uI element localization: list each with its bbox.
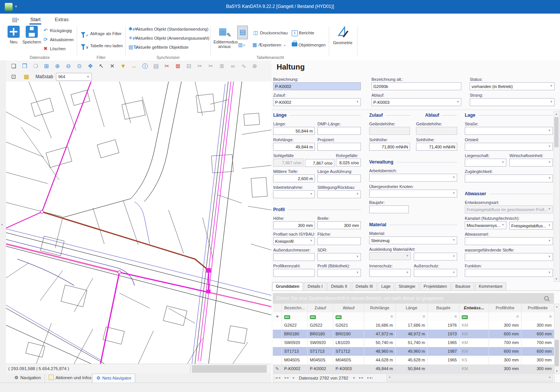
pan-icon[interactable]: ✥ [86, 62, 95, 71]
material-select[interactable]: Steinzeug▼ [369, 236, 457, 244]
abwasserart-select[interactable]: ▼ [465, 237, 553, 245]
zoom-object-icon[interactable]: ⊙ [75, 62, 84, 71]
form-scrollbar[interactable]: ▲ ▼ [554, 111, 560, 282]
col-ablauf[interactable]: Ablauf [333, 304, 364, 312]
masstab-combo[interactable]: 964▼ [56, 73, 92, 81]
scroll-right-icon[interactable]: ► [549, 376, 551, 378]
col-rohrlaenge[interactable]: Rohrlänge [364, 304, 396, 312]
uebergeordneter-knoten-select[interactable]: ▼ [369, 190, 457, 198]
table-row[interactable]: ✎ P-K0002 P-K0002 P-K0003 49,844 m 50,84… [273, 364, 554, 373]
scrollbar-thumb[interactable] [555, 340, 559, 366]
baujahr-input[interactable] [369, 205, 409, 213]
wirtschaftseinheit-select[interactable]: ▼ [509, 159, 553, 167]
rueckgaengig-button[interactable]: ↶Rückgängig [42, 26, 72, 35]
stilllegung-select[interactable]: ▼ [317, 190, 361, 198]
scroll-down-icon[interactable]: ▼ [554, 276, 559, 281]
detail-tab[interactable]: Strategie [395, 282, 419, 290]
table-row[interactable]: G2622 G2622 G2621 16,686 m 17,686 m 1976… [273, 321, 554, 330]
hoehe-input[interactable]: 300 mm [273, 221, 315, 229]
objektmengen-button[interactable]: Objektmengen [292, 41, 326, 49]
table-row[interactable]: SW0920 SW0920 LB1020 50,740 m 51,740 m 1… [273, 338, 554, 347]
scroll-up-icon[interactable]: ▲ [554, 304, 559, 309]
berichte-button[interactable]: i Berichte [292, 29, 314, 37]
col-profilbreite[interactable]: Profilbreite [521, 304, 554, 312]
inbetriebnahme-select[interactable]: ▼ [273, 190, 315, 198]
detail-tab[interactable]: Details I [304, 282, 326, 290]
tableview-refresh-button[interactable]: ▥⟳ [238, 41, 246, 49]
group-by-bar[interactable]: Ziehen Sie eine Spaltenüberschrift in di… [273, 293, 554, 304]
projiziert-input[interactable] [317, 143, 361, 151]
last-record-button[interactable]: ►►| [365, 376, 374, 380]
wassergefaehrdende-stoffe-select[interactable]: ▼ [465, 253, 553, 261]
ribbon-tab-extras[interactable]: Extras [51, 15, 73, 24]
info-icon[interactable]: ⓘ [141, 62, 150, 71]
druckvorschau-button[interactable]: ◫Druckvorschau [252, 29, 288, 37]
new-document-icon[interactable]: ❏ [9, 62, 18, 71]
copy-icon[interactable]: ❐ [20, 62, 29, 71]
left-splitter[interactable]: ▸ [0, 60, 6, 383]
detail-tab[interactable]: Lage [377, 282, 394, 290]
kanalart-select-2[interactable]: Freispiegelabflus...▼ [509, 222, 553, 230]
scrollbar-thumb[interactable] [554, 117, 558, 147]
detail-tab[interactable]: Projektdaten [420, 282, 451, 290]
tab-navigation[interactable]: ⚙Navigation [11, 373, 45, 382]
status-select[interactable]: vorhanden (in Betrieb)▼ [470, 82, 555, 90]
dmp-laenge-input[interactable] [317, 127, 361, 135]
sync-auswahl-button[interactable]: ✳⇄Aktuelles Objekt (Anwendungsauswahl) [128, 34, 209, 42]
mittlere-tiefe-input[interactable]: 2,600 m [273, 174, 315, 182]
tableview-toggle-selected[interactable]: ▤ [237, 26, 248, 39]
detail-tab[interactable]: Details II [327, 282, 351, 290]
table-scrollbar[interactable]: ▲ ▼ [554, 304, 560, 374]
liegenschaft-select[interactable]: ▼ [465, 159, 506, 167]
strasse-select[interactable]: ▼ [465, 127, 553, 135]
geometrie-button[interactable]: Geometrie [332, 26, 354, 54]
cancel-icon[interactable]: ⊗ [250, 62, 259, 71]
link-icon[interactable]: ∞ [228, 62, 237, 71]
zoom-window-icon[interactable]: ⊞ [42, 62, 51, 71]
profilkennzahl-input[interactable] [273, 269, 315, 277]
ablauf-select[interactable]: P-K0003▼ [371, 98, 461, 106]
ribbon-tab-start[interactable]: Start [26, 15, 44, 24]
tab-netz-navigator[interactable]: ⚙Netz-Navigator [92, 373, 135, 383]
zoom-in-icon[interactable]: ⊕ [53, 62, 62, 71]
bezeichnung-alt-input[interactable]: G2090b [371, 82, 461, 90]
snap-icon[interactable]: ▼ [119, 62, 128, 71]
detail-tab[interactable]: Baulose [452, 282, 474, 290]
table-hscrollbar[interactable]: ◄ ► [387, 375, 553, 381]
table-row[interactable]: ST1713 ST1713 ST1712 48,960 m 49,960 m 1… [273, 347, 554, 356]
scroll-up-icon[interactable]: ▲ [554, 111, 559, 116]
exportieren-button[interactable]: ▦↗Exportieren ▾ [252, 41, 285, 49]
flaeche-input[interactable] [317, 237, 361, 245]
table-row[interactable]: M0450S M0450S M0460S 44,628 m 45,628 m 1… [273, 356, 554, 365]
col-bezeichnung[interactable]: Bezeichn... [282, 304, 308, 312]
laenge-ausfuehrung-input[interactable] [317, 174, 361, 182]
laenge-input[interactable]: 50,844 m [273, 127, 315, 135]
scroll-down-icon[interactable]: ▼ [554, 369, 559, 373]
prev-record-button[interactable]: ◄ [290, 376, 296, 380]
zulauf-sohlhoehe-input[interactable]: 71,800 mNHN [369, 143, 410, 151]
sohlgefaelle-input-2[interactable]: 7,867 o/oo [305, 159, 334, 167]
aussendurchmesser-input[interactable] [273, 253, 315, 261]
map-scrollbar-thumb[interactable] [192, 365, 267, 373]
sync-objektliste-button[interactable]: ▤⇅Aktuelle gefilterte Objektliste [128, 43, 189, 51]
app-menu-button[interactable]: ▤▾ [8, 15, 23, 24]
delete-icon[interactable]: ✕ [108, 62, 117, 71]
layers-icon[interactable]: ❍ [31, 62, 40, 71]
first-record-button[interactable]: |◄◄ [273, 376, 282, 380]
stats-icon[interactable]: ≣ [217, 62, 226, 71]
zulauf-select[interactable]: P-K0002▼ [273, 98, 361, 106]
auskleidung-select-2[interactable]: ▼ [414, 253, 457, 261]
fit-view-icon[interactable]: ⊡ [9, 72, 18, 81]
sync-standard-button[interactable]: ✱⇄Aktuelles Objekt (Standardanwendung) [128, 25, 208, 33]
filter-funnel-icon[interactable] [276, 316, 279, 318]
clip-icon[interactable]: ⊟ [184, 62, 193, 71]
zoom-out-icon[interactable]: ⊖ [64, 62, 73, 71]
kanalart-select-1[interactable]: Mischwassersys...▼ [465, 221, 506, 229]
map-properties-icon[interactable]: ▦ [22, 72, 31, 81]
search-icon[interactable] [544, 296, 549, 301]
split-icon[interactable]: ✂ [195, 62, 204, 71]
neu-button[interactable]: Neu [4, 26, 23, 54]
strang-select[interactable]: ▼ [470, 98, 555, 106]
table-row[interactable]: BR0180 BR0180 BR0190 47,972 m 48,972 m 1… [273, 330, 554, 339]
col-baujahr[interactable]: Baujahr [428, 304, 459, 312]
